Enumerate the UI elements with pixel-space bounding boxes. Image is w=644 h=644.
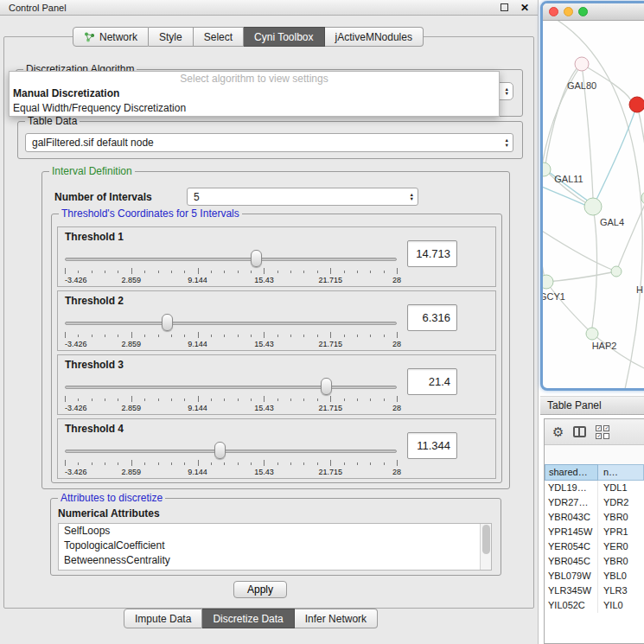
threshold-value-field[interactable]: 21.4	[407, 368, 457, 395]
tick-mark	[131, 332, 132, 338]
tick-label: 2.859	[122, 404, 142, 412]
table-row[interactable]: YBR043C YBR0	[545, 510, 644, 525]
table-cell[interactable]: YDL19…	[545, 481, 598, 495]
network-window-titlebar[interactable]	[543, 3, 644, 21]
threshold-value-field[interactable]: 11.344	[407, 432, 457, 459]
table-cell[interactable]: YBR043C	[545, 510, 598, 525]
slider-thumb[interactable]	[251, 250, 262, 267]
number-of-intervals-combobox[interactable]: 5 ▲▼	[187, 188, 418, 206]
tick-label: 2.859	[122, 468, 142, 476]
table-row[interactable]: YBR045C YBR0	[545, 554, 644, 569]
close-panel-icon[interactable]: ✕	[520, 2, 529, 14]
table-cell[interactable]: YLR345W	[545, 583, 598, 598]
slider-track[interactable]	[65, 258, 397, 261]
tick-mark	[330, 396, 331, 402]
tick-mark	[238, 271, 239, 273]
tab-discretize-data[interactable]: Discretize Data	[202, 609, 294, 628]
list-scrollbar[interactable]	[480, 524, 491, 570]
table-row[interactable]: YLR345W YLR3	[545, 583, 644, 598]
table-row[interactable]: YBL079W YBL0	[545, 569, 644, 583]
table-data-combobox[interactable]: galFiltered.sif default node ▲▼	[25, 133, 513, 152]
table-cell[interactable]: YBR0	[598, 554, 644, 569]
slider-track[interactable]	[65, 322, 397, 325]
column-header-shared-name[interactable]: shared…	[545, 464, 598, 481]
select-rows-icon[interactable]: ✓✓✓	[596, 425, 609, 439]
column-header-name[interactable]: n…	[598, 464, 644, 481]
threshold-slider[interactable]: -3.426 2.859 9.144 15.43 21.715 28	[65, 437, 397, 478]
table-row[interactable]: YIL052C YIL0	[545, 598, 644, 613]
table-row[interactable]: YPR145W YPR1	[545, 525, 644, 539]
table-cell[interactable]: YER054C	[545, 539, 598, 554]
tick-mark	[290, 399, 291, 401]
columns-icon[interactable]	[573, 426, 586, 437]
tick-mark	[264, 332, 265, 338]
table-cell[interactable]: YLR3	[598, 583, 644, 598]
table-row[interactable]: YDR27… YDR2	[545, 495, 644, 510]
tick-label: 9.144	[188, 340, 207, 348]
slider-thumb[interactable]	[214, 442, 226, 459]
table-cell[interactable]: YPR145W	[545, 525, 598, 539]
tick-mark	[78, 335, 79, 337]
tab-label: Select	[204, 31, 233, 43]
tab-infer-network[interactable]: Infer Network	[295, 609, 378, 628]
slider-thumb[interactable]	[162, 314, 173, 331]
scrollbar-thumb[interactable]	[482, 525, 490, 554]
threshold-value-field[interactable]: 14.713	[407, 240, 457, 267]
tick-mark	[224, 271, 225, 273]
table-cell[interactable]: YIL052C	[545, 598, 598, 613]
list-item[interactable]: BetweennessCentrality	[59, 553, 491, 568]
list-item[interactable]: SelfLoops	[59, 524, 491, 539]
tab-select[interactable]: Select	[194, 27, 244, 47]
network-node[interactable]	[543, 275, 553, 289]
attributes-list[interactable]: SelfLoops TopologicalCoefficient Between…	[58, 523, 492, 571]
network-edge	[616, 202, 644, 271]
network-node[interactable]	[584, 198, 602, 215]
close-window-icon[interactable]	[549, 7, 558, 16]
slider-track[interactable]	[65, 386, 397, 389]
table-row[interactable]: YDL19… YDL1	[545, 481, 644, 495]
slider-thumb[interactable]	[321, 378, 332, 395]
algorithm-placeholder-item[interactable]: Select algorithm to view settings	[10, 72, 499, 86]
float-window-icon[interactable]	[501, 3, 508, 11]
network-node[interactable]	[611, 266, 622, 277]
threshold-slider[interactable]: -3.426 2.859 9.144 15.43 21.715 28	[65, 245, 397, 286]
network-canvas[interactable]: GAL80 GAL11 GAL4 GCY1 HAP2 H	[543, 21, 644, 388]
tab-style[interactable]: Style	[149, 27, 194, 47]
tab-jactivemnodules[interactable]: jActiveMNodules	[325, 27, 424, 47]
table-cell[interactable]: YDR2	[598, 495, 644, 510]
algorithm-option-manual[interactable]: Manual Discretization	[10, 86, 499, 101]
table-cell[interactable]: YIL0	[598, 598, 644, 613]
apply-button[interactable]: Apply	[233, 581, 287, 598]
table-cell[interactable]: YBR0	[598, 510, 644, 525]
threshold-label: Threshold 4	[65, 423, 124, 435]
slider-track[interactable]	[65, 450, 397, 453]
tick-mark	[344, 462, 345, 465]
threshold-slider[interactable]: -3.426 2.859 9.144 15.43 21.715 28	[65, 373, 397, 414]
threshold-slider[interactable]: -3.426 2.859 9.144 15.43 21.715 28	[65, 309, 397, 350]
network-node[interactable]	[629, 97, 644, 112]
algorithm-option-equal-width[interactable]: Equal Width/Frequency Discretization	[10, 101, 499, 116]
table-cell[interactable]: YDR27…	[545, 495, 598, 510]
table-cell[interactable]: YBL079W	[545, 569, 598, 583]
tick-label: 21.715	[318, 340, 342, 348]
interval-definition-group-label: Interval Definition	[49, 165, 135, 177]
zoom-window-icon[interactable]	[578, 7, 588, 16]
threshold-value-field[interactable]: 6.316	[407, 304, 457, 331]
tab-impute-data[interactable]: Impute Data	[124, 609, 202, 628]
table-cell[interactable]: YBL0	[598, 569, 644, 583]
slider-ticks	[65, 460, 397, 467]
tab-cyni-toolbox[interactable]: Cyni Toolbox	[244, 27, 324, 47]
table-cell[interactable]: YDL1	[598, 481, 644, 495]
tick-mark	[290, 271, 291, 273]
network-node[interactable]	[586, 328, 598, 340]
table-cell[interactable]: YBR045C	[545, 554, 598, 569]
network-node[interactable]	[575, 57, 589, 71]
minimize-window-icon[interactable]	[564, 7, 573, 16]
list-item[interactable]: TopologicalCoefficient	[59, 539, 491, 553]
table-cell[interactable]: YER0	[598, 539, 644, 554]
table-cell[interactable]: YPR1	[598, 525, 644, 539]
network-edge	[593, 107, 636, 207]
table-row[interactable]: YER054C YER0	[545, 539, 644, 554]
gear-icon[interactable]: ⚙	[552, 425, 564, 438]
tab-network[interactable]: Network	[73, 27, 149, 47]
